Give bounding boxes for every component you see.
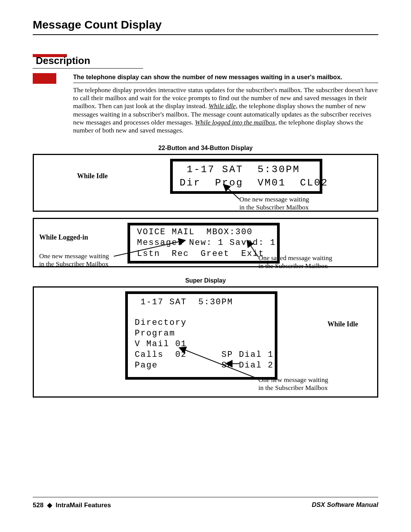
footer-section: IntraMail Features [56,502,111,509]
summary-line: The telephone display can show the numbe… [73,73,378,83]
diagram-22-34-button: While Idle 1-17 SAT 5:30PM Dir Prog VM01… [33,154,378,212]
figure-caption-22-34: 22-Button and 34-Button Display [33,145,378,152]
arrow-icon [34,219,376,268]
arrow-icon [34,155,376,213]
title-rule [33,34,378,35]
diagram-super-display: 1-17 SAT 5:30PM Directory Program V Mail… [33,286,378,398]
svg-line-1 [114,240,185,256]
svg-line-0 [223,184,239,199]
arrow-icon [34,288,376,399]
heading-rule [33,68,143,69]
inline-link-idle: While idle [209,102,236,110]
page-title: Message Count Display [33,18,378,31]
svg-line-2 [247,240,258,257]
diamond-icon: ◆ [47,502,52,509]
svg-line-3 [179,348,258,379]
section-heading: Description [36,55,378,67]
inline-link-logged-in: While logged into the mailbox [195,118,275,126]
figure-caption-super: Super Display [33,277,378,284]
page-footer: 528 ◆ IntraMail Features DSX Software Ma… [33,497,378,509]
manual-title: DSX Software Manual [312,501,378,509]
accent-block [33,73,56,84]
page-number: 528 [33,502,43,509]
description-paragraph: The telephone display provides interacti… [73,86,378,135]
diagram-logged-in: While Logged-in One new message waiting … [33,218,378,267]
